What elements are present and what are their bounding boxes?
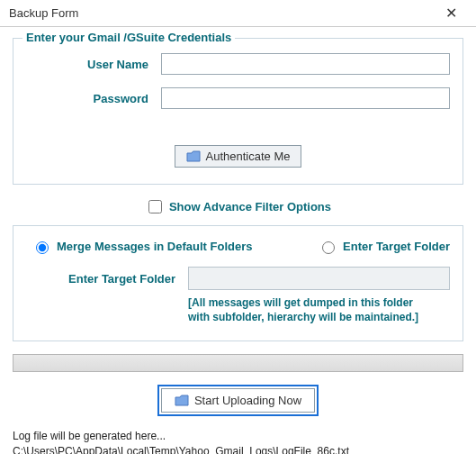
username-label: User Name [26,58,161,71]
target-radio-label: Enter Target Folder [343,240,450,253]
folder-note: [All messages will get dumped in this fo… [188,295,450,324]
start-upload-button[interactable]: Start Uploading Now [161,388,315,413]
progress-bar [13,354,463,372]
merge-option[interactable]: Merge Messages in Default Folders [31,239,312,254]
username-row: User Name [26,53,450,75]
upload-button-highlight: Start Uploading Now [157,385,319,416]
log-line2: C:\Users\PC\AppData\Local\Temp\Yahoo_Gma… [13,445,349,454]
merge-label: Merge Messages in Default Folders [57,240,252,253]
username-input[interactable] [161,53,450,75]
advanced-row: Show Advance Filter Options [13,197,463,216]
password-label: Password [26,92,161,105]
upload-row: Start Uploading Now [13,385,463,416]
authenticate-button[interactable]: Authenticate Me [175,145,302,168]
target-field-label: Enter Target Folder [26,272,188,286]
note-line2: with subfolder, hierarchy will be mainta… [188,311,418,323]
authenticate-label: Authenticate Me [206,150,291,163]
target-radio[interactable] [322,241,335,254]
folder-icon [186,150,201,162]
content-area: Enter your Gmail /GSuite Credentials Use… [0,27,476,454]
credentials-group: Enter your Gmail /GSuite Credentials Use… [13,38,463,185]
authenticate-row: Authenticate Me [26,145,450,168]
advanced-label: Show Advance Filter Options [169,200,331,213]
password-input[interactable] [161,87,450,109]
log-line1: Log file will be generated here... [13,430,166,442]
password-row: Password [26,87,450,109]
radio-row: Merge Messages in Default Folders Enter … [26,239,450,254]
upload-label: Start Uploading Now [194,394,301,407]
folder-group: Merge Messages in Default Folders Enter … [13,225,463,341]
target-input [188,267,450,290]
folder-icon [175,395,189,406]
advanced-checkbox[interactable] [148,200,162,213]
window-title: Backup Form [9,6,433,20]
titlebar: Backup Form ✕ [0,0,476,27]
note-line1: [All messages will get dumped in this fo… [188,296,413,309]
credentials-title: Enter your Gmail /GSuite Credentials [22,31,235,44]
merge-radio[interactable] [36,241,49,254]
log-text: Log file will be generated here... C:\Us… [13,429,463,454]
close-icon[interactable]: ✕ [433,5,469,22]
target-option[interactable]: Enter Target Folder [318,239,450,254]
target-row: Enter Target Folder [26,267,450,290]
